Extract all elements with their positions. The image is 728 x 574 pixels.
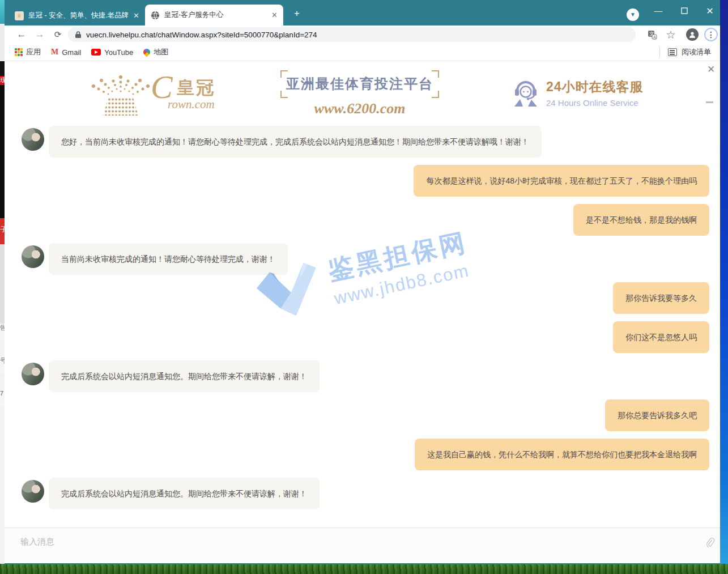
address-bar[interactable]: vuecn.livehelpu.chat/chatWindow.aspx?sit… (68, 27, 636, 42)
bracket-corner (280, 70, 288, 78)
user-message-bubble: 那你总要告诉我多久吧 (605, 399, 709, 431)
lock-icon (75, 31, 82, 39)
center-banner: 亚洲最佳体育投注平台 www.6200.com (280, 70, 439, 117)
reading-list-icon (668, 48, 677, 56)
window-minimize-button[interactable]: — (647, 0, 670, 22)
banner-url: www.6200.com (280, 100, 439, 117)
agent-message-bubble: 完成后系统会以站内短消息通知您。期间给您带来不便请谅解，谢谢！ (49, 478, 320, 509)
agent-avatar (22, 128, 44, 151)
bracket-corner (432, 70, 439, 78)
user-message-bubble: 是不是不想给钱，那是我的钱啊 (573, 204, 709, 236)
media-controls-button[interactable]: ▼ (627, 8, 639, 21)
agent-message-bubble: 您好，当前尚未收审核完成的通知！请您耐心等待处理完成，完成后系统会以站内短消息通… (49, 126, 542, 158)
bookmark-gmail[interactable]: M Gmail (51, 48, 81, 57)
apps-grid-icon (15, 48, 23, 56)
crown-favicon: ♕ (15, 11, 24, 20)
browser-window: ♕ 皇冠 - 安全、简单、快捷.老品牌 ✕ 皇冠-客户服务中心 ✕ + ▼ — (5, 0, 720, 564)
back-button[interactable]: ← (15, 28, 28, 41)
translate-icon[interactable]: 文 A (645, 28, 659, 41)
desktop-wallpaper-right (720, 0, 728, 564)
banner-slogan: 亚洲最佳体育投注平台 (283, 75, 437, 93)
message-input-placeholder: 输入消息 (20, 537, 54, 547)
chat-message-row: 完成后系统会以站内短消息通知您。期间给您带来不便请谅解，谢谢！ (22, 360, 709, 392)
screen: 现 子 告 号 7 ♕ 皇冠 - 安全、简单、快捷.老品牌 ✕ 皇冠-客户服务中… (0, 0, 728, 574)
chat-page: ✕ (5, 61, 720, 563)
agent-message-bubble: 完成后系统会以站内短消息通知您。期间给您带来不便请谅解，谢谢！ (49, 360, 320, 392)
tab-close-icon[interactable]: ✕ (133, 11, 139, 20)
chat-message-row: 当前尚未收审核完成的通知！请您耐心等待处理完成，谢谢！ (22, 243, 709, 275)
reading-list-label: 阅读清单 (682, 47, 711, 57)
browser-menu-button[interactable]: ⋮ (704, 28, 718, 41)
tab-customer-service[interactable]: 皇冠-客户服务中心 ✕ (145, 5, 283, 25)
youtube-icon (91, 49, 101, 56)
crown-dots-icon (91, 74, 151, 117)
bracket-corner (280, 91, 288, 98)
tab-crown-home[interactable]: ♕ 皇冠 - 安全、简单、快捷.老品牌 ✕ (9, 6, 145, 25)
tab-strip: ♕ 皇冠 - 安全、简单、快捷.老品牌 ✕ 皇冠-客户服务中心 ✕ + ▼ — (5, 0, 720, 25)
desktop-wallpaper-grass (0, 564, 728, 574)
bookmark-label: YouTube (104, 48, 133, 57)
logo-chinese: 皇冠 (177, 76, 215, 100)
globe-favicon (151, 11, 160, 20)
headset-agent-icon (513, 79, 538, 107)
attachment-paperclip-icon[interactable] (705, 537, 716, 552)
page-header: C 皇冠 rown.com 亚洲最佳体育投注平台 www.6200.com (5, 67, 720, 119)
service-block: 24小时在线客服 24 Hours Online Service (513, 78, 644, 108)
maximize-icon (681, 7, 688, 14)
chat-message-row: 那你总要告诉我多久吧 (22, 399, 709, 431)
agent-avatar (22, 363, 44, 385)
chat-message-row: 是不是不想给钱，那是我的钱啊 (22, 204, 709, 236)
gmail-icon: M (51, 48, 58, 57)
chat-messages: 您好，当前尚未收审核完成的通知！请您耐心等待处理完成，完成后系统会以站内短消息通… (5, 126, 720, 517)
browser-toolbar: ← → ⟳ vuecn.livehelpu.chat/chatWindow.as… (5, 25, 720, 44)
user-message-bubble: 每次都是这样说，说好48小时完成审核，现在都过了五天了，不能换个理由吗 (414, 165, 709, 197)
reload-button[interactable]: ⟳ (51, 28, 65, 41)
bookmark-star-icon[interactable]: ☆ (664, 28, 678, 41)
svg-text:A: A (653, 35, 656, 39)
reading-list-button[interactable]: 阅读清单 (659, 47, 711, 57)
crown-logo: C 皇冠 rown.com (91, 74, 273, 117)
agent-message-bubble: 当前尚未收审核完成的通知！请您耐心等待处理完成，谢谢！ (49, 243, 288, 275)
user-message-bubble: 那你告诉我要等多久 (613, 282, 709, 314)
chat-message-row: 这是我自己赢的钱，凭什么不给我啊，就算不想给你们也要把我本金退给我啊 (22, 439, 709, 470)
logo-script: rown.com (168, 97, 215, 112)
agent-avatar (22, 480, 44, 503)
bookmark-label: 应用 (26, 47, 41, 57)
tab-close-icon[interactable]: ✕ (271, 11, 278, 19)
maps-pin-icon (142, 48, 152, 57)
profile-avatar[interactable] (686, 28, 699, 41)
chat-message-row: 你们这不是忽悠人吗 (22, 321, 709, 353)
bookmark-youtube[interactable]: YouTube (91, 48, 133, 57)
url-text: vuecn.livehelpu.chat/chatWindow.aspx?sit… (86, 31, 317, 39)
service-subtitle: 24 Hours Online Service (546, 98, 644, 108)
message-input-bar[interactable]: 输入消息 (5, 528, 720, 563)
chat-message-row: 每次都是这样说，说好48小时完成审核，现在都过了五天了，不能换个理由吗 (22, 165, 709, 197)
new-tab-button[interactable]: + (290, 7, 304, 21)
chat-message-row: 完成后系统会以站内短消息通知您。期间给您带来不便请谅解，谢谢！ (22, 478, 709, 509)
separator (659, 47, 660, 57)
bookmark-label: 地图 (154, 47, 168, 57)
tab-title: 皇冠-客户服务中心 (164, 10, 267, 20)
agent-avatar (22, 245, 44, 268)
tab-title: 皇冠 - 安全、简单、快捷.老品牌 (28, 11, 129, 20)
bookmark-maps[interactable]: 地图 (143, 47, 168, 57)
chat-message-row: 您好，当前尚未收审核完成的通知！请您耐心等待处理完成，完成后系统会以站内短消息通… (22, 126, 709, 158)
bookmarks-bar: 应用 M Gmail YouTube 地图 阅读清单 (5, 44, 720, 61)
chat-message-row: 那你告诉我要等多久 (22, 282, 709, 314)
bracket-corner (432, 91, 439, 98)
window-close-button[interactable]: ✕ (699, 0, 721, 22)
forward-button[interactable]: → (33, 28, 46, 41)
person-icon (688, 31, 696, 39)
user-message-bubble: 这是我自己赢的钱，凭什么不给我啊，就算不想给你们也要把我本金退给我啊 (415, 439, 709, 470)
service-title: 24小时在线客服 (546, 78, 644, 96)
bookmark-apps[interactable]: 应用 (15, 47, 41, 57)
user-message-bubble: 你们这不是忽悠人吗 (613, 321, 709, 353)
crown-wordmark: C 皇冠 rown.com (151, 74, 273, 114)
window-maximize-button[interactable] (673, 0, 696, 22)
bookmark-label: Gmail (62, 48, 81, 57)
background-window-sliver: 现 子 告 号 7 (0, 0, 5, 564)
